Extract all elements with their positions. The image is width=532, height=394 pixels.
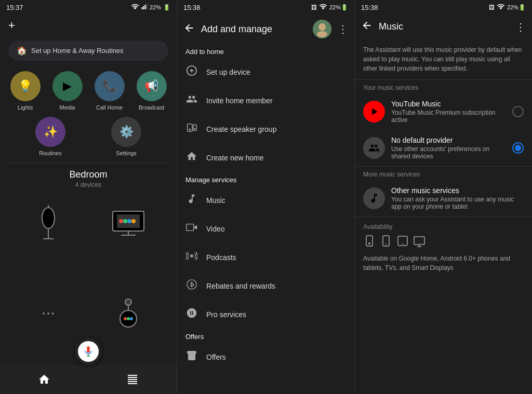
podcasts-icon xyxy=(185,250,198,264)
back-button-2[interactable] xyxy=(183,22,195,36)
device-google-home[interactable] xyxy=(88,284,168,341)
shortcut-callhome[interactable]: 📞 Call Home xyxy=(90,71,128,111)
broadcast-icon: 📢 xyxy=(137,71,167,101)
mic-button[interactable] xyxy=(75,338,102,365)
nav-home[interactable] xyxy=(0,373,88,386)
shortcut-lights[interactable]: 💡 Lights xyxy=(6,71,44,111)
rebates-icon xyxy=(185,279,198,293)
svg-point-40 xyxy=(385,243,387,244)
status-icons-1: 22% 🔋 xyxy=(131,4,170,11)
invite-icon xyxy=(185,93,198,107)
music-icon xyxy=(185,193,198,207)
panel3-title: Music xyxy=(379,21,509,32)
img-icon-3: 🖼 xyxy=(489,4,495,10)
add-to-home-label: Add to home xyxy=(177,44,354,58)
panel2-title: Add and manage xyxy=(201,24,307,35)
media-label: Media xyxy=(60,104,75,111)
bottom-nav xyxy=(0,365,177,394)
signal-icon-1 xyxy=(141,4,148,11)
no-default-sub: Use other accounts' preferences on share… xyxy=(391,145,506,160)
svg-point-20 xyxy=(127,317,130,320)
home-icon xyxy=(185,151,198,165)
offers-label: Offers xyxy=(206,353,226,361)
invite-member-label: Invite home member xyxy=(206,97,273,105)
other-music-item[interactable]: Other music services You can ask your As… xyxy=(355,180,532,216)
shortcut-media[interactable]: ▶ Media xyxy=(48,71,86,111)
svg-rect-1 xyxy=(143,6,144,10)
availability-label: Availability xyxy=(363,223,524,235)
add-button[interactable]: + xyxy=(8,19,15,32)
device-mini-speaker[interactable]: • • • xyxy=(8,284,88,341)
settings-label: Settings xyxy=(116,150,137,156)
svg-rect-34 xyxy=(187,224,194,231)
broadcast-label: Broadcast xyxy=(139,104,165,111)
panel-google-home: 15:37 22% 🔋 + 🏠 Set up Home & Away Routi… xyxy=(0,0,177,394)
music-description: The Assistant will use this music provid… xyxy=(355,39,532,79)
battery-icon-1: 🔋 xyxy=(163,4,170,11)
battery-label-1: 22% xyxy=(150,4,161,10)
menu-invite-member[interactable]: Invite home member xyxy=(177,86,354,115)
device-lamp[interactable] xyxy=(8,195,88,252)
manage-services-label: Manage services xyxy=(177,172,354,186)
back-button-3[interactable] xyxy=(361,20,373,34)
no-default-radio[interactable] xyxy=(512,142,524,154)
device-tv-icon xyxy=(413,235,425,250)
menu-setup-device[interactable]: Set up device xyxy=(177,58,354,86)
menu-offers[interactable]: Offers xyxy=(177,343,354,371)
menu-video[interactable]: Video xyxy=(177,214,354,243)
img-icon-2: 🖼 xyxy=(311,4,317,10)
wifi-icon-1 xyxy=(131,4,139,11)
no-default-info: No default provider Use other accounts' … xyxy=(391,136,506,160)
menu-rebates[interactable]: Rebates and rewards xyxy=(177,271,354,300)
svg-point-31 xyxy=(189,129,191,131)
status-icons-3: 🖼 22%🔋 xyxy=(489,4,526,11)
shortcut-routines[interactable]: ✨ Routines xyxy=(15,117,86,156)
pro-icon xyxy=(185,307,198,321)
svg-point-14 xyxy=(127,219,131,223)
status-icons-2: 🖼 15:38 22%🔋 xyxy=(311,4,348,11)
device-monitor[interactable] xyxy=(88,195,168,252)
menu-speaker-group[interactable]: Create speaker group xyxy=(177,115,354,143)
time-2: 15:38 xyxy=(183,4,201,11)
other-music-sub: You can ask your Assistant to use any mu… xyxy=(391,196,524,210)
no-default-name: No default provider xyxy=(391,136,506,144)
youtube-radio[interactable] xyxy=(512,106,524,117)
no-default-item[interactable]: No default provider Use other accounts' … xyxy=(355,130,532,166)
divider-1 xyxy=(8,162,168,163)
shortcut-settings[interactable]: ⚙️ Settings xyxy=(90,117,162,156)
youtube-music-item[interactable]: YouTube Music YouTube Music Premium subs… xyxy=(355,93,532,130)
routines-text: Set up Home & Away Routines xyxy=(31,47,124,55)
svg-point-13 xyxy=(123,219,127,223)
mic-icon xyxy=(78,341,99,362)
svg-point-38 xyxy=(368,242,370,244)
svg-point-21 xyxy=(130,317,133,320)
video-icon xyxy=(185,222,198,236)
wifi-icon-3 xyxy=(497,4,505,11)
menu-podcasts[interactable]: Podcasts xyxy=(177,243,354,271)
more-button-2[interactable]: ⋮ xyxy=(338,23,348,35)
panel3-header: Music ⋮ xyxy=(355,15,532,39)
shortcut-grid2: ✨ Routines ⚙️ Settings xyxy=(0,117,177,162)
nav-list[interactable] xyxy=(88,373,177,386)
shortcut-grid: 💡 Lights ▶ Media 📞 Call Home 📢 Broadcast xyxy=(0,65,177,117)
menu-pro-services[interactable]: Pro services xyxy=(177,300,354,329)
panel-add-manage: 15:38 🖼 15:38 22%🔋 Add and manage ⋮ Add … xyxy=(177,0,354,394)
setup-icon xyxy=(185,65,198,79)
room-devices: 4 devices xyxy=(0,181,177,188)
availability-section: Availability Available on Google Home, A… xyxy=(355,216,532,279)
device-dots: • • • xyxy=(43,309,54,318)
more-music-label: More music services xyxy=(355,166,532,180)
svg-point-4 xyxy=(42,208,55,228)
other-music-icon xyxy=(363,187,385,209)
more-button-3[interactable]: ⋮ xyxy=(515,21,526,33)
menu-music[interactable]: Music xyxy=(177,186,354,214)
menu-new-home[interactable]: Create new home xyxy=(177,143,354,172)
wifi-icon-2 xyxy=(319,4,327,11)
svg-point-15 xyxy=(131,219,136,223)
video-label: Video xyxy=(206,225,225,233)
routines-banner[interactable]: 🏠 Set up Home & Away Routines xyxy=(8,40,168,61)
svg-point-26 xyxy=(317,31,327,37)
speaker-icon xyxy=(185,122,198,136)
shortcut-broadcast[interactable]: 📢 Broadcast xyxy=(132,71,170,111)
music-label: Music xyxy=(206,196,225,205)
